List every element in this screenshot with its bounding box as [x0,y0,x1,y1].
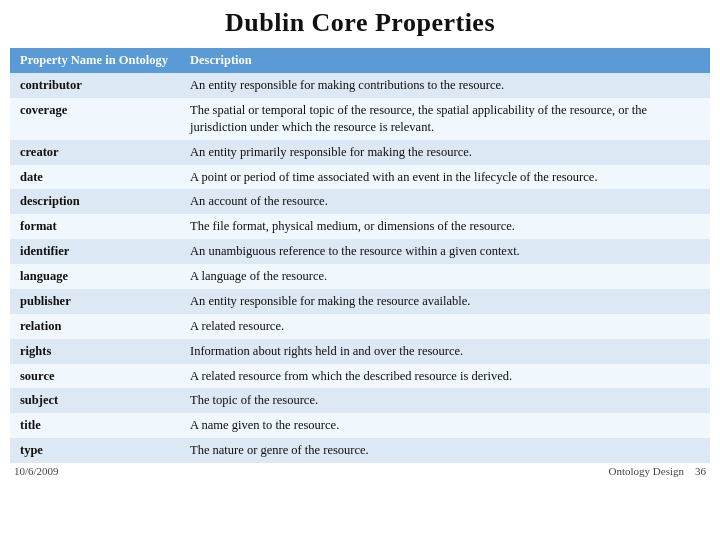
property-name: relation [10,314,180,339]
property-description: An entity primarily responsible for maki… [180,140,710,165]
footer-page-num: 36 [695,465,706,477]
property-description: The topic of the resource. [180,388,710,413]
property-name: contributor [10,73,180,98]
table-row: typeThe nature or genre of the resource. [10,438,710,463]
property-description: A name given to the resource. [180,413,710,438]
property-name: language [10,264,180,289]
property-name: identifier [10,239,180,264]
property-name: title [10,413,180,438]
footer: 10/6/2009 Ontology Design 36 [10,465,710,477]
table-row: rightsInformation about rights held in a… [10,339,710,364]
property-description: A related resource from which the descri… [180,364,710,389]
property-description: A related resource. [180,314,710,339]
table-row: sourceA related resource from which the … [10,364,710,389]
table-row: contributorAn entity responsible for mak… [10,73,710,98]
table-row: dateA point or period of time associated… [10,165,710,190]
property-description: The file format, physical medium, or dim… [180,214,710,239]
table-row: publisherAn entity responsible for makin… [10,289,710,314]
table-row: coverageThe spatial or temporal topic of… [10,98,710,140]
table-row: formatThe file format, physical medium, … [10,214,710,239]
property-name: source [10,364,180,389]
property-name: creator [10,140,180,165]
property-name: subject [10,388,180,413]
col-header-description: Description [180,48,710,73]
property-name: description [10,189,180,214]
properties-table: Property Name in Ontology Description co… [10,48,710,463]
page: Dublin Core Properties Property Name in … [0,0,720,540]
property-name: publisher [10,289,180,314]
property-description: An entity responsible for making contrib… [180,73,710,98]
property-description: An unambiguous reference to the resource… [180,239,710,264]
property-name: coverage [10,98,180,140]
property-description: An account of the resource. [180,189,710,214]
table-row: languageA language of the resource. [10,264,710,289]
footer-info: Ontology Design 36 [609,465,706,477]
property-description: A point or period of time associated wit… [180,165,710,190]
property-name: rights [10,339,180,364]
property-description: The nature or genre of the resource. [180,438,710,463]
property-description: An entity responsible for making the res… [180,289,710,314]
table-row: descriptionAn account of the resource. [10,189,710,214]
col-header-property: Property Name in Ontology [10,48,180,73]
table-row: relationA related resource. [10,314,710,339]
table-row: identifierAn unambiguous reference to th… [10,239,710,264]
table-row: titleA name given to the resource. [10,413,710,438]
property-name: format [10,214,180,239]
footer-label: Ontology Design [609,465,684,477]
property-name: date [10,165,180,190]
table-row: creatorAn entity primarily responsible f… [10,140,710,165]
property-description: The spatial or temporal topic of the res… [180,98,710,140]
page-title: Dublin Core Properties [10,8,710,38]
table-row: subjectThe topic of the resource. [10,388,710,413]
property-name: type [10,438,180,463]
property-description: Information about rights held in and ove… [180,339,710,364]
property-description: A language of the resource. [180,264,710,289]
footer-date: 10/6/2009 [14,465,59,477]
